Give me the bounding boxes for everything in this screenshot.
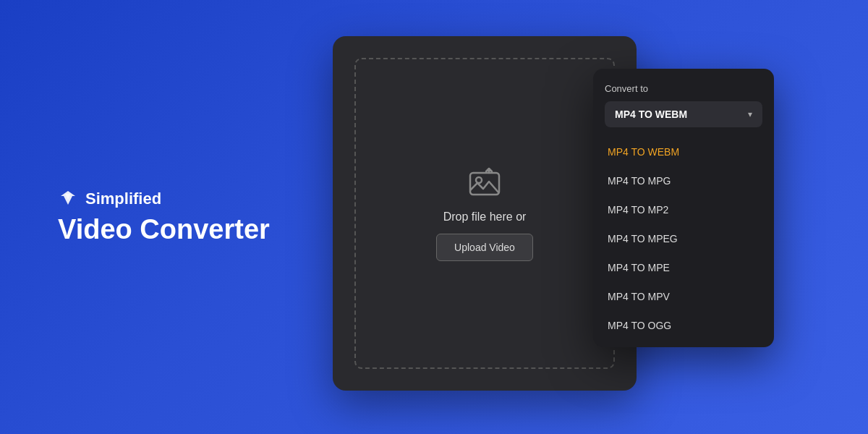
dropdown-item[interactable]: MP4 TO MPG (593, 166, 774, 195)
svg-point-1 (476, 177, 482, 183)
drop-zone[interactable]: Drop file here or Upload Video (354, 58, 615, 369)
app-title: Video Converter (58, 215, 270, 245)
dropdown-item[interactable]: MP4 TO OGG (593, 311, 774, 340)
selected-option-text: MP4 TO WEBM (615, 109, 687, 120)
convert-select-button[interactable]: MP4 TO WEBM ▾ (605, 101, 762, 127)
convert-dropdown-card: Convert to MP4 TO WEBM ▾ MP4 TO WEBMMP4 … (593, 69, 774, 347)
drop-file-text: Drop file here or (443, 210, 527, 224)
convert-to-label: Convert to (593, 83, 774, 101)
dropdown-options-list: MP4 TO WEBMMP4 TO MPGMP4 TO MP2MP4 TO MP… (593, 137, 774, 340)
upload-video-button[interactable]: Upload Video (436, 234, 533, 261)
dropdown-item[interactable]: MP4 TO MP2 (593, 195, 774, 224)
simplified-logo-icon (58, 189, 78, 209)
branding-section: Simplified Video Converter (58, 189, 270, 245)
dropdown-item[interactable]: MP4 TO MPEG (593, 224, 774, 253)
svg-rect-0 (470, 173, 499, 195)
logo-row: Simplified (58, 189, 270, 209)
logo-text: Simplified (85, 190, 161, 208)
dropdown-item[interactable]: MP4 TO MPE (593, 253, 774, 282)
chevron-down-icon: ▾ (748, 109, 752, 119)
dropdown-item[interactable]: MP4 TO MPV (593, 282, 774, 311)
dropdown-item[interactable]: MP4 TO WEBM (593, 137, 774, 166)
converter-card: Drop file here or Upload Video (333, 36, 637, 391)
image-upload-icon (467, 166, 502, 200)
